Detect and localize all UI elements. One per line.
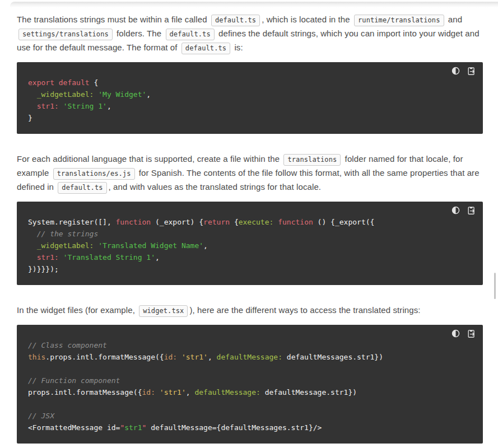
code-block-toolbar bbox=[451, 66, 476, 76]
contrast-toggle-icon[interactable] bbox=[451, 206, 460, 215]
inline-code-chip: translations/es.js bbox=[53, 168, 135, 180]
inline-code-chip: default.ts bbox=[166, 29, 215, 40]
paragraph-default-ts-intro: The translations strings must be within … bbox=[17, 12, 483, 54]
copy-code-clipboard-icon[interactable] bbox=[467, 206, 476, 215]
code-content: // Class componentthis.props.intl.format… bbox=[28, 339, 472, 433]
code-line: <FormattedMessage id="str1" defaultMessa… bbox=[28, 422, 472, 433]
inline-code-chip: default.ts bbox=[181, 43, 230, 54]
code-line: _widgetLabel: 'My Widget', bbox=[28, 88, 472, 100]
copy-code-clipboard-icon[interactable] bbox=[467, 66, 476, 76]
code-line bbox=[28, 398, 472, 410]
code-line: this.props.intl.formatMessage({id: 'str1… bbox=[28, 351, 472, 363]
code-block-toolbar bbox=[451, 206, 476, 215]
copy-code-clipboard-icon[interactable] bbox=[467, 329, 476, 338]
code-line: })}}}); bbox=[28, 263, 472, 275]
paragraph-additional-language: For each additional language that is sup… bbox=[17, 152, 483, 194]
code-line: } bbox=[28, 112, 472, 124]
inline-code-chip: default.ts bbox=[58, 182, 106, 194]
inline-code-chip: translations bbox=[283, 154, 341, 166]
code-line: System.register([], function (_export) {… bbox=[28, 216, 472, 228]
doc-content: The translations strings must be within … bbox=[0, 0, 498, 444]
inline-code-chip: runtime/translations bbox=[354, 15, 444, 26]
inline-code-chip: widget.tsx bbox=[139, 305, 188, 317]
code-line: // Function component bbox=[28, 375, 472, 386]
code-line: str1: 'String 1', bbox=[28, 100, 472, 112]
inline-code-chip: default.ts bbox=[211, 15, 260, 26]
code-line: // the strings bbox=[28, 228, 472, 240]
code-block-access-strings: // Class componentthis.props.intl.format… bbox=[17, 325, 483, 444]
scrollbar-thumb[interactable] bbox=[494, 273, 496, 299]
code-content: System.register([], function (_export) {… bbox=[28, 216, 472, 275]
inline-code-chip: settings/translations bbox=[18, 29, 113, 40]
code-content: export default { _widgetLabel: 'My Widge… bbox=[28, 77, 472, 124]
code-line: // JSX bbox=[28, 410, 472, 422]
contrast-toggle-icon[interactable] bbox=[451, 329, 460, 338]
code-block-toolbar bbox=[451, 329, 476, 338]
code-line bbox=[28, 363, 472, 375]
code-line: props.intl.formatMessage({id: 'str1', de… bbox=[28, 386, 472, 398]
code-line: export default { bbox=[28, 77, 472, 88]
code-block-translated-locale: System.register([], function (_export) {… bbox=[17, 202, 483, 285]
code-line: str1: 'Translated String 1', bbox=[28, 251, 472, 263]
paragraph-widget-files: In the widget files (for example, widget… bbox=[17, 303, 483, 317]
code-line: // Class component bbox=[28, 339, 472, 351]
contrast-toggle-icon[interactable] bbox=[451, 66, 460, 76]
code-block-default-ts: export default { _widgetLabel: 'My Widge… bbox=[17, 62, 483, 134]
code-line: _widgetLabel: 'Translated Widget Name', bbox=[28, 240, 472, 251]
